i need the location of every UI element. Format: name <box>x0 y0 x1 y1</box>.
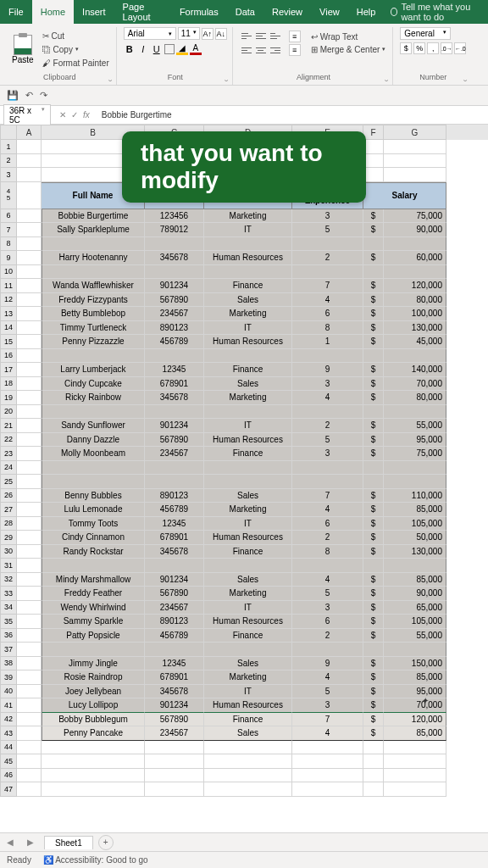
cell-dept[interactable] <box>204 265 292 280</box>
cell-yoe[interactable]: 1 <box>292 335 363 349</box>
cell[interactable] <box>17 629 42 643</box>
tab-insert[interactable]: Insert <box>74 0 114 24</box>
cell[interactable] <box>17 698 42 713</box>
tell-me-search[interactable]: Tell me what you want to do <box>391 2 488 22</box>
tab-help[interactable]: Help <box>348 0 385 24</box>
cell-salary[interactable]: 90,000 <box>384 223 446 237</box>
cell[interactable] <box>363 754 384 769</box>
cell[interactable] <box>17 573 42 587</box>
tab-view[interactable]: View <box>311 0 348 24</box>
cell-currency[interactable] <box>363 643 384 657</box>
cell-currency[interactable]: $ <box>363 307 384 321</box>
wrap-text-button[interactable]: ↩Wrap Text <box>309 31 388 42</box>
cell[interactable] <box>17 670 42 685</box>
cell[interactable] <box>384 782 446 797</box>
cell[interactable] <box>17 237 42 252</box>
cell-salary[interactable]: 55,000 <box>384 629 446 643</box>
cell-dept[interactable]: Human Resources <box>204 531 292 545</box>
table-header-salary[interactable]: Salary <box>363 182 446 209</box>
cell-currency[interactable]: $ <box>363 223 384 237</box>
tab-formulas[interactable]: Formulas <box>171 0 227 24</box>
row-header[interactable]: 46 <box>0 769 17 783</box>
row-header[interactable]: 16 <box>0 349 17 364</box>
cell-name[interactable] <box>42 559 145 573</box>
cell-yoe[interactable]: 6 <box>292 615 363 629</box>
cell-yoe[interactable]: 3 <box>292 447 363 461</box>
cell-id[interactable] <box>145 349 204 364</box>
cell[interactable] <box>204 782 292 797</box>
cell-yoe[interactable]: 2 <box>292 629 363 643</box>
cell-dept[interactable]: Human Resources <box>204 335 292 349</box>
cell-dept[interactable]: IT <box>204 223 292 237</box>
cell[interactable] <box>17 769 42 783</box>
cell-name[interactable]: Randy Rockstar <box>42 545 145 559</box>
cell-currency[interactable] <box>363 475 384 489</box>
cell-id[interactable]: 234567 <box>145 447 204 461</box>
cell[interactable] <box>17 419 42 433</box>
cell-currency[interactable]: $ <box>363 377 384 392</box>
cell[interactable] <box>17 741 42 755</box>
cell-yoe[interactable]: 7 <box>292 713 363 727</box>
align-bottom-button[interactable] <box>269 29 282 42</box>
cell-salary[interactable] <box>384 349 446 364</box>
cell-currency[interactable]: $ <box>363 433 384 448</box>
cell-dept[interactable]: Sales <box>204 573 292 587</box>
fill-color-button[interactable]: ◢ <box>176 43 188 55</box>
cell-salary[interactable]: 80,000 <box>384 391 446 405</box>
cell-salary[interactable]: 150,000 <box>384 657 446 671</box>
copy-button[interactable]: ⿻Copy▾ <box>41 44 111 55</box>
cell-id[interactable]: 901234 <box>145 698 204 713</box>
cell-salary[interactable]: 105,000 <box>384 517 446 531</box>
row-header[interactable]: 27 <box>0 503 17 517</box>
cell-name[interactable]: Penny Pizzazzle <box>42 335 145 349</box>
cell-dept[interactable]: Marketing <box>204 391 292 405</box>
select-all-corner[interactable] <box>0 125 17 140</box>
cell-dept[interactable]: IT <box>204 321 292 336</box>
cell-currency[interactable]: $ <box>363 489 384 504</box>
cell-id[interactable]: 901234 <box>145 419 204 433</box>
decrease-indent-button[interactable]: ≡ <box>289 31 301 42</box>
cell-dept[interactable]: Marketing <box>204 307 292 321</box>
cell-name[interactable]: Wanda Wafflewhisker <box>42 279 145 293</box>
row-header[interactable]: 7 <box>0 223 17 237</box>
cell-dept[interactable]: Sales <box>204 377 292 392</box>
cell-currency[interactable]: $ <box>363 573 384 587</box>
cell-id[interactable]: 678901 <box>145 531 204 545</box>
cell-currency[interactable]: $ <box>363 629 384 643</box>
cell-yoe[interactable]: 2 <box>292 251 363 265</box>
cell-name[interactable]: Rosie Raindrop <box>42 670 145 685</box>
cell-dept[interactable]: Sales <box>204 489 292 504</box>
cell-yoe[interactable]: 7 <box>292 279 363 293</box>
cell[interactable] <box>42 782 145 797</box>
cell[interactable] <box>17 685 42 699</box>
cell-currency[interactable] <box>363 265 384 280</box>
cell-dept[interactable]: Finance <box>204 629 292 643</box>
cell-name[interactable]: Danny Dazzle <box>42 433 145 448</box>
cell-currency[interactable]: $ <box>363 726 384 741</box>
row-header[interactable]: 10 <box>0 265 17 280</box>
cell[interactable] <box>17 154 42 169</box>
cell-currency[interactable]: $ <box>363 503 384 517</box>
cell-salary[interactable]: 50,000 <box>384 531 446 545</box>
row-header[interactable]: 3 <box>0 168 17 182</box>
cell-name[interactable]: Sally Sparkleplume <box>42 223 145 237</box>
cell[interactable] <box>363 782 384 797</box>
cell[interactable] <box>17 782 42 797</box>
cell-name[interactable]: Cindy Cupcake <box>42 377 145 392</box>
cell-id[interactable] <box>145 643 204 657</box>
cell[interactable] <box>204 741 292 755</box>
row-header[interactable]: 29 <box>0 531 17 545</box>
cell-currency[interactable]: $ <box>363 391 384 405</box>
column-header-G[interactable]: G <box>384 125 446 140</box>
cell-dept[interactable]: Finance <box>204 447 292 461</box>
fx-icon[interactable]: fx <box>83 110 90 120</box>
cell-yoe[interactable]: 8 <box>292 321 363 336</box>
cell-yoe[interactable]: 3 <box>292 698 363 713</box>
cell-name[interactable]: Larry Lumberjack <box>42 363 145 377</box>
cell-dept[interactable]: IT <box>204 601 292 615</box>
cell-currency[interactable]: $ <box>363 713 384 727</box>
undo-button[interactable]: ↶ <box>25 90 33 101</box>
cell-salary[interactable]: 45,000 <box>384 335 446 349</box>
cell[interactable] <box>17 545 42 559</box>
row-header[interactable]: 11 <box>0 279 17 293</box>
